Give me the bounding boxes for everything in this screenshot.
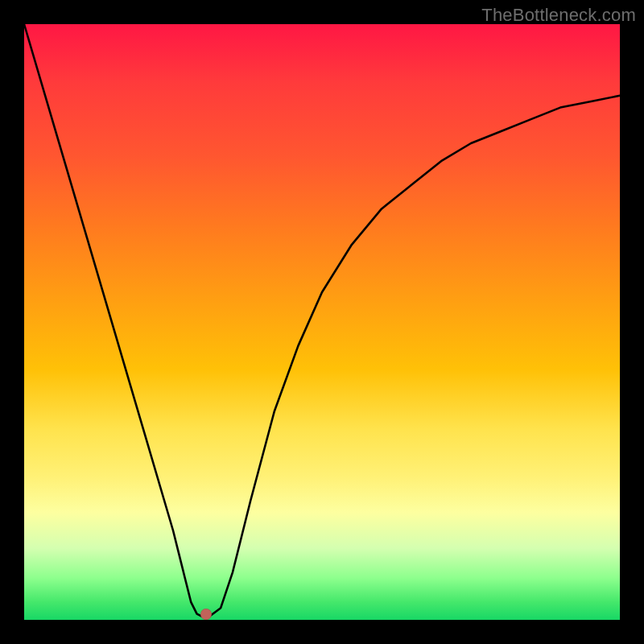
chart-frame: TheBottleneck.com — [0, 0, 644, 644]
bottleneck-curve — [24, 24, 620, 620]
optimum-marker — [200, 609, 212, 620]
watermark-label: TheBottleneck.com — [481, 5, 636, 26]
plot-area — [24, 24, 620, 620]
